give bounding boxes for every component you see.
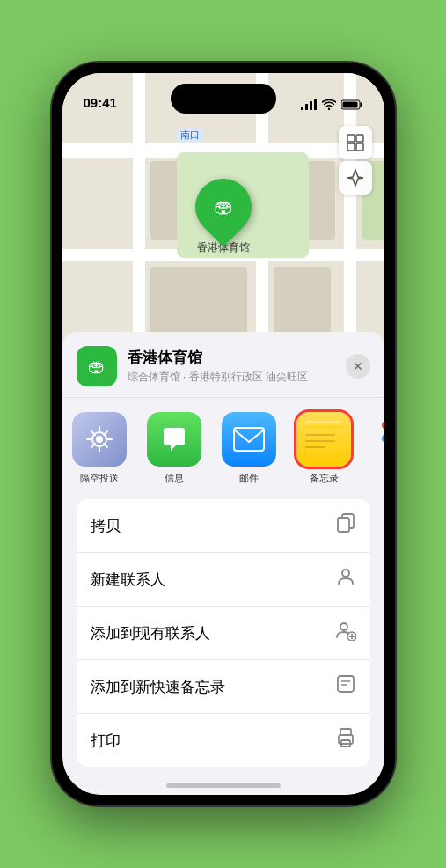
svg-rect-1 [305, 104, 308, 110]
svg-rect-8 [347, 135, 355, 142]
signal-icon [301, 99, 317, 110]
svg-rect-3 [314, 99, 317, 110]
action-add-contact-label: 添加到现有联系人 [91, 623, 210, 644]
map-buttons [339, 126, 372, 195]
copy-svg [335, 512, 356, 533]
venue-info: 香港体育馆 综合体育馆 · 香港特别行政区 油尖旺区 [128, 348, 335, 385]
notes-top-bar [305, 421, 342, 428]
share-item-notes[interactable]: 备忘录 [287, 412, 362, 485]
notes-icon [296, 412, 351, 467]
location-btn[interactable] [339, 161, 372, 195]
print-icon [335, 727, 356, 754]
share-item-more[interactable]: 推 [362, 412, 384, 485]
svg-rect-10 [347, 143, 355, 151]
svg-rect-0 [301, 107, 303, 110]
svg-rect-25 [340, 729, 351, 735]
svg-rect-9 [356, 135, 363, 142]
action-copy[interactable]: 拷贝 [77, 499, 370, 553]
action-list: 拷贝 新建联系人 [77, 499, 370, 767]
map-view-icon [346, 133, 365, 152]
notes-label: 备忘录 [310, 472, 339, 485]
airdrop-svg [84, 424, 114, 454]
pin-circle: 🏟 [183, 167, 263, 247]
messages-icon [147, 412, 201, 467]
svg-rect-6 [360, 103, 362, 107]
action-print[interactable]: 打印 [77, 714, 370, 767]
status-time: 09:41 [84, 95, 117, 110]
venue-subtitle: 综合体育馆 · 香港特别行政区 油尖旺区 [128, 370, 335, 385]
share-item-airdrop[interactable]: 隔空投送 [62, 412, 137, 485]
map-label: 南口 [177, 128, 203, 143]
phone-frame: 09:41 [52, 63, 395, 805]
dot-blue [382, 434, 384, 443]
notes-line-2 [305, 440, 335, 442]
person-add-icon [335, 620, 356, 646]
person-svg [335, 566, 356, 587]
action-new-contact[interactable]: 新建联系人 [77, 553, 370, 607]
svg-point-13 [96, 436, 103, 443]
share-item-messages[interactable]: 信息 [137, 412, 212, 485]
airdrop-label: 隔空投送 [80, 472, 119, 485]
airdrop-icon-wrap [72, 412, 127, 467]
dynamic-island [171, 84, 276, 114]
action-add-contact[interactable]: 添加到现有联系人 [77, 607, 370, 660]
mail-icon-wrap [222, 412, 276, 467]
action-new-contact-label: 新建联系人 [91, 570, 165, 590]
home-indicator [166, 783, 281, 788]
dots-row-2 [382, 434, 384, 443]
messages-label: 信息 [165, 472, 184, 485]
print-svg [335, 727, 356, 748]
venue-pin-icon: 🏟 [214, 195, 233, 218]
sheet-header: 🏟 香港体育馆 综合体育馆 · 香港特别行政区 油尖旺区 ✕ [62, 346, 384, 398]
messages-svg [158, 423, 190, 455]
close-button[interactable]: ✕ [346, 354, 370, 379]
action-quick-note-label: 添加到新快速备忘录 [91, 677, 225, 697]
action-quick-note[interactable]: 添加到新快速备忘录 [77, 660, 370, 714]
svg-point-18 [340, 623, 347, 630]
notes-line-3 [305, 446, 325, 448]
phone-screen: 09:41 [62, 73, 384, 795]
action-copy-label: 拷贝 [91, 516, 121, 536]
svg-rect-7 [342, 102, 357, 108]
svg-rect-14 [234, 428, 264, 451]
mail-svg [232, 426, 266, 452]
bottom-sheet: 🏟 香港体育馆 综合体育馆 · 香港特别行政区 油尖旺区 ✕ [62, 332, 384, 795]
copy-icon [335, 512, 356, 539]
action-print-label: 打印 [91, 731, 121, 751]
svg-rect-16 [338, 518, 349, 532]
notes-line-1 [305, 434, 335, 436]
notes-icon-wrap [296, 412, 351, 467]
venue-name: 香港体育馆 [128, 348, 335, 368]
wifi-icon [322, 99, 336, 110]
share-row: 隔空投送 信息 [62, 398, 384, 496]
location-pin: 🏟 香港体育馆 [195, 179, 252, 255]
dot-red [382, 421, 384, 430]
battery-icon [341, 99, 363, 110]
share-item-mail[interactable]: 邮件 [212, 412, 287, 485]
more-icon-wrap [371, 412, 384, 467]
person-add-svg [335, 620, 356, 641]
svg-rect-2 [310, 101, 312, 110]
mail-icon [222, 412, 276, 467]
location-icon [346, 168, 365, 188]
dots-row-1 [382, 421, 384, 430]
airdrop-icon [72, 412, 127, 467]
svg-point-17 [342, 570, 349, 577]
note-svg [335, 673, 356, 695]
map-view-btn[interactable] [339, 126, 372, 159]
venue-icon: 🏟 [77, 346, 117, 386]
status-icons [301, 99, 363, 110]
note-icon [335, 673, 356, 700]
svg-rect-22 [338, 676, 354, 692]
person-icon [335, 566, 356, 592]
mail-label: 邮件 [239, 472, 259, 485]
svg-rect-11 [356, 143, 363, 151]
more-icon [371, 412, 384, 467]
messages-icon-wrap [147, 412, 201, 467]
